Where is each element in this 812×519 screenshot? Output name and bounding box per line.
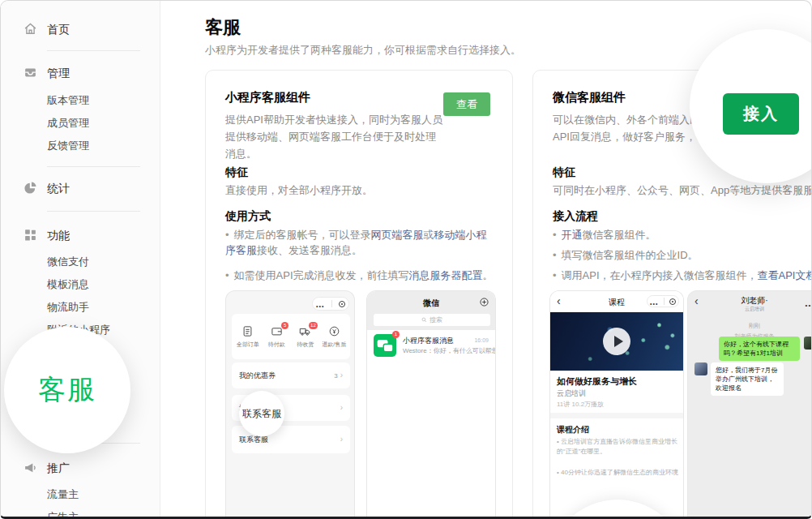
course-header: 课程 [550,291,683,312]
chat-list-item: 1 小程序客服消息 16:09 Westore：你好，有什么可以帮您? [367,330,495,361]
bullet-dot-icon: • [553,269,557,281]
inbox-icon [24,66,37,79]
course-provider: 云启培训 [557,388,586,399]
chevron-right-icon [340,435,343,444]
message-server-config-link[interactable]: 消息服务器配置 [409,269,483,281]
flow-bullet-1: •开通微信客服组件。 [553,227,812,242]
card-description: 提供API帮助开发者快速接入，同时为客服人员提供移动端、网页端客服工作台便于及时… [225,111,444,162]
usage-bullet-1: •绑定后的客服帐号，可以登录网页端客服或移动端小程序客服接收、发送客服消息。 [225,227,496,258]
card-title: 微信客服组件 [553,90,626,105]
chat-header: 刘老师· 云启培训 [688,291,812,315]
flow-bullet-3: •调用API，在小程序内接入微信客服组件，查看API文档。 [553,268,812,283]
megaphone-icon [24,461,37,474]
sidebar-divider [47,50,140,51]
sidebar-item-label: 首页 [47,23,70,37]
sidebar-item-wechat-pay[interactable]: 微信支付 [47,255,89,269]
shortcut-to-pay: 5 待付款 [263,325,289,349]
agent-name: 刘老师· [688,295,812,307]
row-coupons: 我的优惠券3 [232,362,350,388]
sidebar-item-logistics[interactable]: 物流助手 [47,300,89,315]
course-intro-bullet-1: • 云启培训官方直播告诉你微信里商业增长的“正道”在哪里。 [557,437,678,457]
feature-text: 可同时在小程序、公众号、网页、App等地方提供客服服务。 [553,183,812,198]
spotlight-sidebar-customer-service[interactable]: 客服 [4,327,130,453]
view-button[interactable]: 查看 [443,92,490,116]
chevron-right-icon [340,404,343,412]
shortcut-to-receive: 12 待收货 [293,325,318,349]
sidebar-item-label: 统计 [47,182,70,196]
usage-section-title: 使用方式 [225,209,271,224]
screenshot-course-phone: 课程 如何做好服务与增长 云启培训 11讲 10.2万播放 课程介绍 • 云启培… [549,290,684,519]
miniprogram-capsule [312,297,349,311]
search-icon [421,317,427,323]
chat-name: 小程序客服消息 [403,336,454,346]
refund-icon [328,325,340,337]
usage-bullet-2: •如需使用API完成消息收发，前往填写消息服务器配置。 [225,268,496,283]
sidebar-item-customer-service-label: 客服 [38,371,96,409]
open-service-link[interactable]: 开通 [562,229,583,241]
order-shortcuts: 全部订单 5 待付款 12 待收货 退款/售后 [232,314,350,359]
user-message-bubble: 你好，这个有线下课程吗？希望有1对1培训 [719,337,800,361]
agent-org: 云启培训 [688,306,812,313]
section-divider [550,413,683,418]
sidebar-item-template-message[interactable]: 模板消息 [47,277,89,292]
sidebar-item-advertiser[interactable]: 广告主 [47,510,79,519]
chat-preview: Westore：你好，有什么可以帮您? [403,346,496,355]
sidebar-item-home[interactable]: 首页 [1,22,160,38]
page-title: 客服 [205,15,241,40]
user-avatar [804,337,812,350]
screenshot-orders-phone: 全部订单 5 待付款 12 待收货 退款/售后 我的优惠券3 地址管理 [225,290,355,519]
sidebar-item-features[interactable]: 功能 [1,228,160,244]
more-icon [650,294,658,309]
order-list-icon [241,325,254,337]
sidebar-item-feedback-manage[interactable]: 反馈管理 [47,139,89,153]
sidebar-item-traffic[interactable]: 流量主 [47,487,79,502]
close-target-icon [669,298,676,305]
home-icon [24,22,37,36]
web-service-link[interactable]: 网页端客服 [371,229,424,241]
close-target-icon [339,301,345,307]
bullet-dot-icon: • [553,229,557,241]
badge-count: 5 [281,322,288,329]
bullet-dot-icon: • [225,269,229,281]
wechat-title: 微信 [367,298,495,309]
chat-bubbles-icon [374,334,396,357]
badge-count: 12 [309,322,318,329]
feature-text: 直接使用，对全部小程序开放。 [225,183,373,198]
course-title: 如何做好服务与增长 [557,375,637,388]
sidebar-item-promote[interactable]: 推广 [1,461,160,477]
chat-timestamp: 刚刚 [688,322,812,330]
pie-chart-icon [24,181,37,195]
sidebar-item-label: 管理 [47,66,70,81]
grid-icon [24,228,37,242]
screenshot-service-chat-phone: 刘老师· 云启培训 刚刚 刘老师为你服务 你好，这个有线下课程吗？希望有1对1培… [687,290,812,519]
page-subtitle: 小程序为开发者提供了两种客服能力，你可根据需求自行选择接入。 [205,43,521,58]
course-video-thumbnail [550,312,683,371]
course-intro-title: 课程介绍 [557,424,589,435]
sidebar-item-version-manage[interactable]: 版本管理 [47,93,89,108]
feature-section-title: 特征 [225,165,248,180]
shortcut-all-orders: 全部订单 [235,325,261,349]
chat-time: 16:09 [474,337,489,343]
agent-avatar [694,362,707,375]
course-meta: 11讲 10.2万播放 [557,400,604,409]
wechat-header: 微信 搜索 [367,291,495,330]
spotlight-faint-circle [549,500,684,519]
join-button[interactable]: 接入 [723,93,799,135]
card-title: 小程序客服组件 [225,90,310,105]
card-miniprogram-service: 小程序客服组件 提供API帮助开发者快速接入，同时为客服人员提供移动端、网页端客… [205,70,513,519]
sidebar-item-stats[interactable]: 统计 [1,181,160,197]
miniprogram-capsule [647,295,679,307]
plus-circle-icon [480,298,489,307]
course-intro-bullet-2: • 40分钟让你迅速了解微信生态的商业环境 [557,468,678,478]
agent-message-bubble: 您好，我们将于7月份举办广州线下培训，欢迎报名 [711,362,784,396]
flow-bullet-2: •填写微信客服组件的企业ID。 [553,247,812,263]
sidebar-item-member-manage[interactable]: 成员管理 [47,116,89,131]
bullet-dot-icon: • [553,249,557,261]
bullet-dot-icon: • [225,229,229,241]
sidebar-item-manage[interactable]: 管理 [1,66,160,82]
sidebar-item-label: 功能 [47,229,70,243]
feature-section-title: 特征 [553,165,575,180]
api-doc-link[interactable]: 查看API文档 [758,269,812,281]
search-bar: 搜索 [374,314,490,326]
sidebar-divider [47,211,140,212]
